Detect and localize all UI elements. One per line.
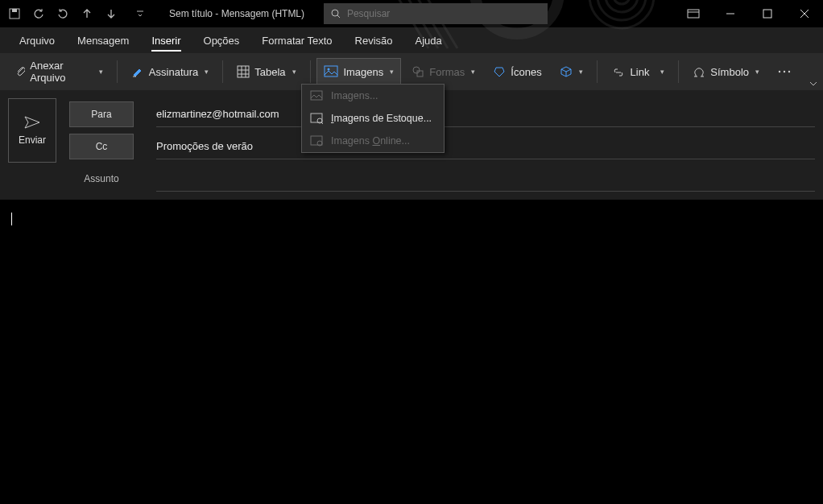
svg-rect-31 bbox=[311, 91, 322, 100]
tab-mensagem[interactable]: Mensagem bbox=[66, 30, 140, 53]
separator bbox=[222, 60, 223, 83]
signature-icon bbox=[131, 65, 144, 78]
ribbon-display-options[interactable] bbox=[675, 0, 712, 27]
separator bbox=[310, 60, 311, 83]
chevron-down-icon: ▾ bbox=[755, 68, 759, 76]
save-icon[interactable] bbox=[8, 7, 21, 20]
svg-point-5 bbox=[589, 0, 654, 28]
dropdown-item-estoque[interactable]: Imagens de Estoque... bbox=[302, 107, 444, 130]
to-field-wrap bbox=[156, 101, 815, 127]
cc-button[interactable]: Cc bbox=[69, 134, 134, 159]
images-label: Imagens bbox=[343, 66, 383, 78]
svg-point-11 bbox=[332, 10, 338, 16]
svg-rect-32 bbox=[311, 114, 322, 122]
qat-customize-icon[interactable] bbox=[134, 7, 147, 20]
attach-file-button[interactable]: Anexar Arquivo ▾ bbox=[8, 58, 110, 85]
chevron-down-icon: ▾ bbox=[390, 68, 394, 76]
tab-inserir[interactable]: Inserir bbox=[140, 30, 192, 53]
ribbon-tabs: Arquivo Mensagem Inserir Opções Formatar… bbox=[0, 27, 823, 53]
signature-button[interactable]: Assinatura ▾ bbox=[124, 58, 216, 85]
table-button[interactable]: Tabela ▾ bbox=[230, 58, 303, 85]
signature-label: Assinatura bbox=[149, 66, 198, 78]
svg-rect-24 bbox=[325, 66, 337, 76]
dropdown-label: Imagens... bbox=[331, 90, 378, 101]
tab-ajuda[interactable]: Ajuda bbox=[403, 30, 453, 53]
to-button[interactable]: Para bbox=[69, 101, 134, 127]
chevron-down-icon: ▾ bbox=[471, 68, 475, 76]
images-dropdown-menu: Imagens... Imagens de Estoque... Imagens… bbox=[301, 84, 445, 153]
maximize-button[interactable] bbox=[749, 0, 786, 27]
symbol-label: Símbolo bbox=[710, 66, 749, 78]
more-commands-button[interactable] bbox=[770, 58, 799, 85]
picture-icon bbox=[310, 89, 323, 102]
undo-icon[interactable] bbox=[32, 7, 45, 20]
svg-point-25 bbox=[328, 68, 330, 71]
cube-icon bbox=[560, 65, 573, 78]
arrow-up-icon[interactable] bbox=[81, 7, 93, 20]
tab-opcoes[interactable]: Opções bbox=[192, 30, 251, 53]
search-icon bbox=[330, 8, 341, 19]
icons-button[interactable]: Ícones bbox=[486, 58, 548, 85]
images-button[interactable]: Imagens ▾ bbox=[316, 58, 401, 85]
send-button[interactable]: Enviar bbox=[8, 98, 56, 163]
3d-models-button[interactable]: ▾ bbox=[552, 58, 590, 85]
svg-line-12 bbox=[337, 15, 340, 18]
svg-point-29 bbox=[784, 71, 785, 72]
svg-point-28 bbox=[779, 71, 780, 72]
svg-point-26 bbox=[413, 67, 420, 73]
separator bbox=[678, 60, 679, 83]
link-icon bbox=[611, 67, 626, 76]
picture-icon bbox=[324, 65, 338, 78]
search-box[interactable] bbox=[324, 3, 548, 24]
to-input[interactable] bbox=[156, 108, 815, 120]
send-label: Enviar bbox=[19, 134, 46, 146]
chevron-down-icon: ▾ bbox=[292, 68, 296, 76]
tab-arquivo[interactable]: Arquivo bbox=[8, 30, 66, 53]
dropdown-label: Imagens Online... bbox=[331, 135, 410, 147]
redo-icon[interactable] bbox=[56, 7, 69, 20]
window-title: Sem título - Mensagem (HTML) bbox=[169, 8, 304, 19]
cc-input[interactable] bbox=[156, 140, 815, 152]
shapes-icon bbox=[412, 65, 424, 78]
dropdown-item-online[interactable]: Imagens Online... bbox=[302, 130, 444, 152]
link-button[interactable]: Link ▾ bbox=[604, 58, 672, 85]
symbol-button[interactable]: Símbolo ▾ bbox=[685, 58, 767, 85]
title-bar: Sem título - Mensagem (HTML) bbox=[0, 0, 823, 27]
minimize-button[interactable] bbox=[712, 0, 749, 27]
collapse-ribbon-button[interactable] bbox=[809, 81, 818, 87]
shapes-label: Formas bbox=[429, 66, 465, 78]
svg-point-7 bbox=[606, 0, 638, 12]
svg-point-6 bbox=[598, 0, 646, 20]
separator bbox=[597, 60, 598, 83]
separator bbox=[117, 60, 118, 83]
svg-point-8 bbox=[614, 0, 630, 4]
table-icon bbox=[237, 65, 250, 78]
tab-revisao[interactable]: Revisão bbox=[344, 30, 404, 53]
cc-field-wrap bbox=[156, 134, 815, 159]
message-body[interactable] bbox=[0, 200, 823, 504]
dropdown-label: Imagens de Estoque... bbox=[331, 113, 432, 124]
svg-rect-27 bbox=[417, 71, 423, 76]
attach-file-label: Anexar Arquivo bbox=[30, 60, 93, 84]
paperclip-icon bbox=[15, 65, 25, 78]
search-input[interactable] bbox=[347, 8, 541, 19]
svg-rect-35 bbox=[311, 136, 322, 145]
close-button[interactable] bbox=[786, 0, 823, 27]
svg-point-30 bbox=[788, 71, 790, 72]
chevron-down-icon: ▾ bbox=[205, 68, 209, 76]
chevron-down-icon: ▾ bbox=[99, 68, 103, 76]
icons-icon bbox=[493, 65, 506, 78]
send-icon bbox=[23, 115, 41, 130]
arrow-down-icon[interactable] bbox=[105, 7, 118, 20]
subject-field-wrap bbox=[156, 166, 815, 192]
tab-formatar-texto[interactable]: Formatar Texto bbox=[250, 30, 343, 53]
svg-rect-19 bbox=[238, 66, 249, 77]
subject-label: Assunto bbox=[69, 173, 134, 184]
stock-picture-icon bbox=[310, 112, 323, 125]
dropdown-item-imagens[interactable]: Imagens... bbox=[302, 85, 444, 107]
subject-input[interactable] bbox=[156, 172, 815, 184]
svg-rect-16 bbox=[763, 10, 771, 18]
svg-line-34 bbox=[321, 122, 323, 124]
text-cursor bbox=[11, 213, 12, 225]
shapes-button[interactable]: Formas ▾ bbox=[404, 58, 482, 85]
